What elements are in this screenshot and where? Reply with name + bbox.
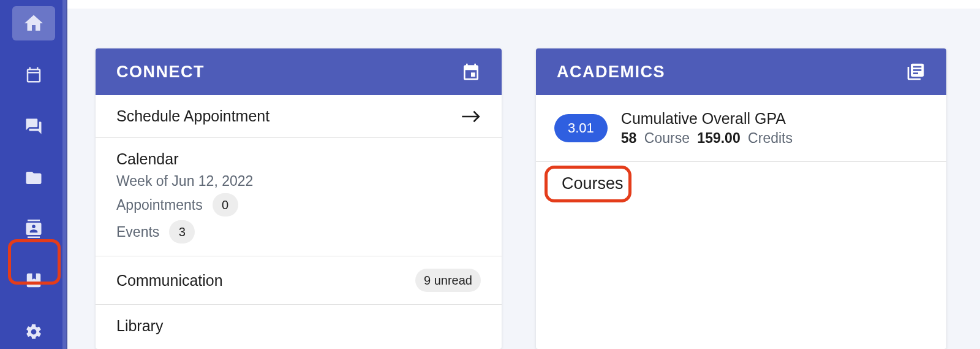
course-label: Course: [644, 130, 690, 146]
calendar-week-label: Week of Jun 12, 2022: [116, 173, 481, 190]
calendar-section: Calendar Week of Jun 12, 2022 Appointmen…: [96, 138, 502, 256]
communication-row[interactable]: Communication 9 unread: [96, 256, 502, 305]
communication-label: Communication: [116, 272, 223, 290]
sidebar-item-calendar[interactable]: [12, 58, 55, 92]
library-icon[interactable]: [906, 62, 925, 82]
sidebar-item-folder[interactable]: [12, 161, 55, 195]
calendar-icon: [24, 66, 43, 84]
appointments-label: Appointments: [116, 197, 203, 213]
arrow-right-icon: [461, 110, 481, 123]
sidebar: [0, 0, 67, 349]
courses-row[interactable]: Courses: [536, 162, 946, 208]
sidebar-item-settings[interactable]: [12, 315, 55, 349]
bookmark-icon: [24, 271, 43, 290]
connect-title: CONNECT: [116, 63, 205, 82]
academics-header: ACADEMICS: [536, 48, 946, 95]
credits-value: 159.00: [697, 130, 740, 146]
folder-icon: [24, 169, 43, 187]
academics-title: ACADEMICS: [557, 63, 665, 82]
gpa-stats: 58 Course 159.00 Credits: [621, 130, 796, 147]
gpa-row: 3.01 Cumulative Overall GPA 58 Course 15…: [536, 95, 946, 162]
courses-label: Courses: [551, 171, 635, 197]
appointments-count: 0: [213, 193, 238, 217]
sidebar-item-chat[interactable]: [12, 109, 55, 144]
calendar-today-icon[interactable]: [461, 62, 481, 82]
sidebar-item-bookmark[interactable]: [12, 263, 55, 297]
home-icon: [23, 12, 45, 34]
library-label: Library: [116, 317, 163, 334]
schedule-appointment-row[interactable]: Schedule Appointment: [96, 95, 502, 138]
gpa-label: Cumulative Overall GPA: [621, 110, 796, 128]
sidebar-item-home[interactable]: [12, 6, 55, 40]
calendar-title: Calendar: [116, 150, 481, 168]
course-count: 58: [621, 130, 637, 146]
chat-icon: [24, 117, 43, 136]
connect-card: CONNECT Schedule Appointment Calendar We…: [96, 48, 502, 349]
communication-badge: 9 unread: [415, 269, 481, 292]
library-row[interactable]: Library: [96, 305, 502, 341]
schedule-appointment-label: Schedule Appointment: [116, 107, 270, 125]
sidebar-item-contacts[interactable]: [12, 212, 55, 246]
connect-header: CONNECT: [96, 48, 502, 95]
events-label: Events: [116, 224, 159, 240]
gear-icon: [24, 323, 43, 341]
credits-label: Credits: [748, 130, 793, 146]
main-content: CONNECT Schedule Appointment Calendar We…: [67, 0, 980, 349]
gpa-badge: 3.01: [554, 114, 608, 142]
academics-card: ACADEMICS 3.01 Cumulative Overall GPA 58…: [536, 48, 946, 349]
contacts-icon: [24, 220, 43, 238]
events-count: 3: [169, 220, 195, 244]
